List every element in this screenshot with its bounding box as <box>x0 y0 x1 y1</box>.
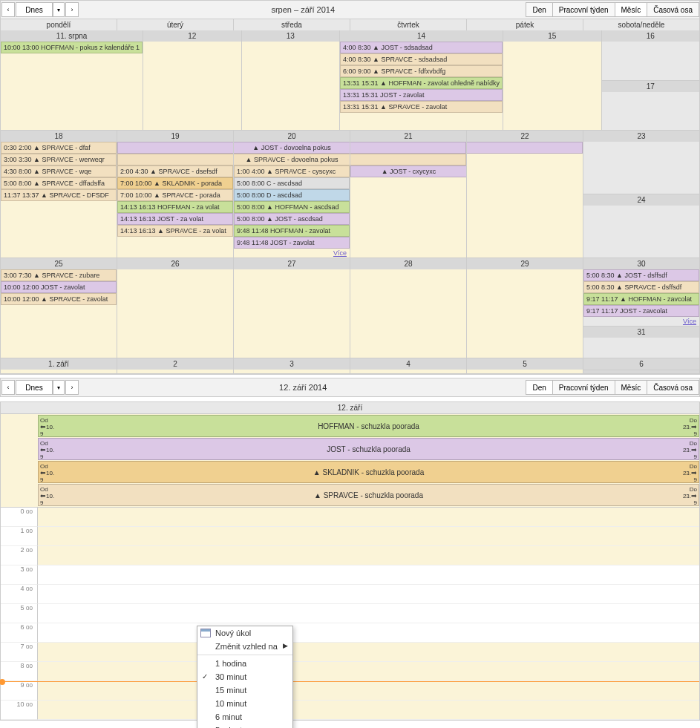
day-today-button[interactable]: Dnes <box>16 380 53 395</box>
month-cell[interactable]: 26 <box>117 258 234 358</box>
date-label[interactable]: 29 <box>467 258 583 269</box>
calendar-event[interactable]: 7:00 10:00 ▲ SKLADNIK - porada <box>117 177 233 189</box>
calendar-event[interactable]: 5:00 8:30 ▲ JOST - dsffsdf <box>583 269 699 281</box>
date-label[interactable]: 12 <box>143 30 241 42</box>
month-cell[interactable]: 3 <box>234 358 350 374</box>
calendar-event-span[interactable]: ▲ JOST - cxycyxc <box>350 165 466 177</box>
ctx-interval-option[interactable]: ✓30 minut <box>197 670 292 683</box>
calendar-event[interactable]: 7:00 10:00 ▲ SPRAVCE - porada <box>117 189 233 201</box>
calendar-event[interactable]: 9:48 11:48 JOST - zavolat <box>234 237 350 249</box>
calendar-event[interactable]: 10:00 13:00 HOFFMAN - pokus z kalendáře … <box>1 42 143 53</box>
calendar-event-span[interactable] <box>467 142 583 154</box>
view-timeline-button[interactable]: Časová osa <box>647 2 699 17</box>
calendar-event[interactable]: 5:00 8:00 D - ascdsad <box>234 189 350 201</box>
date-label[interactable]: 28 <box>350 258 466 269</box>
calendar-event[interactable]: 13:31 15:31 JOST - zavolat <box>340 89 503 101</box>
calendar-event-span[interactable] <box>350 142 466 154</box>
calendar-event[interactable]: 5:00 8:00 ▲ SPRAVCE - dffadsffa <box>1 177 117 189</box>
calendar-event[interactable]: 11:37 13:37 ▲ SPRAVCE - DFSDF <box>1 189 117 201</box>
calendar-event[interactable]: 5:00 8:00 C - ascdsad <box>234 177 350 189</box>
date-label[interactable]: 26 <box>117 258 233 269</box>
calendar-event[interactable]: 0:30 2:00 ▲ SPRAVCE - dfaf <box>1 142 117 154</box>
time-grid[interactable]: 0 001 002 003 004 005 006 007 008 009 00… <box>1 508 699 720</box>
calendar-event[interactable]: 4:30 8:00 ▲ SPRAVCE - wqe <box>1 165 117 177</box>
context-menu[interactable]: Nový úkol Změnit vzhled na ▶ 1 hodina✓30… <box>197 626 293 721</box>
month-cell[interactable]: 253:00 7:30 ▲ SPRAVCE - zubare10:00 12:0… <box>1 258 117 358</box>
date-label[interactable]: 5 <box>467 358 583 370</box>
date-label[interactable]: 2 <box>117 358 233 370</box>
date-label[interactable]: 6 <box>583 358 699 370</box>
date-label[interactable]: 19 <box>117 131 233 142</box>
month-cell[interactable]: 29 <box>467 258 583 358</box>
month-cell[interactable]: 15 <box>503 30 601 131</box>
date-label[interactable]: 14 <box>340 30 503 42</box>
month-cell[interactable]: 4 <box>350 358 467 374</box>
month-cell[interactable]: 21 ▲ JOST - cxycyxc <box>350 131 467 258</box>
date-label[interactable]: 11. srpna <box>1 30 143 42</box>
time-slot[interactable] <box>38 643 699 662</box>
month-cell[interactable]: 5 <box>467 358 583 374</box>
calendar-event[interactable]: 3:00 7:30 ▲ SPRAVCE - zubare <box>1 269 117 281</box>
more-link[interactable]: Více <box>234 249 350 258</box>
month-cell[interactable]: 22 <box>467 131 583 258</box>
month-cell[interactable]: 180:30 2:00 ▲ SPRAVCE - dfaf3:00 3:30 ▲ … <box>1 131 117 258</box>
month-cell[interactable]: 12 <box>143 30 241 131</box>
date-label[interactable]: 23 <box>583 131 699 142</box>
allday-event[interactable]: Od⬅10.9▲ SPRAVCE - schuzkla pooradaDo23.… <box>38 484 699 506</box>
date-label[interactable]: 27 <box>234 258 350 269</box>
month-cell[interactable]: 11. srpna10:00 13:00 HOFFMAN - pokus z k… <box>1 30 143 131</box>
calendar-event[interactable]: 9:48 11:48 HOFFMAN - zavolat <box>234 225 350 237</box>
calendar-event-span[interactable]: ▲ SPRAVCE - dovoelna pokus <box>234 154 350 165</box>
calendar-event[interactable]: 10:00 12:00 ▲ SPRAVCE - zavolat <box>1 293 117 305</box>
view-workweek-button[interactable]: Pracovní týden <box>552 2 615 17</box>
calendar-event-span[interactable] <box>117 142 233 154</box>
day-view-day-button[interactable]: Den <box>526 380 552 395</box>
calendar-event[interactable]: 1:00 4:00 ▲ SPRAVCE - cyscyxc <box>234 165 350 177</box>
time-slot[interactable] <box>38 623 699 643</box>
date-label[interactable]: 18 <box>1 131 117 142</box>
time-slot[interactable] <box>38 527 699 546</box>
day-view-workweek-button[interactable]: Pracovní týden <box>552 380 615 395</box>
date-label[interactable]: 3 <box>234 358 350 370</box>
calendar-event-span[interactable]: ▲ JOST - dovoelna pokus <box>234 142 350 154</box>
more-link[interactable]: Více <box>583 317 699 326</box>
ctx-interval-option[interactable]: 10 minut <box>197 697 292 710</box>
date-label[interactable]: 25 <box>1 258 117 269</box>
date-label[interactable]: 22 <box>467 131 583 142</box>
ctx-interval-option[interactable]: 15 minut <box>197 683 292 697</box>
view-month-button[interactable]: Měsíc <box>615 2 648 17</box>
ctx-interval-option[interactable]: 1 hodina <box>197 657 292 670</box>
calendar-event[interactable]: 14:13 16:13 HOFFMAN - za volat <box>117 201 233 213</box>
date-label[interactable]: 13 <box>242 30 339 42</box>
calendar-event[interactable]: 5:00 8:00 ▲ HOFFMAN - ascdsad <box>234 201 350 213</box>
date-label[interactable]: 30 <box>583 258 699 269</box>
month-cell[interactable]: 13 <box>242 30 340 131</box>
calendar-event[interactable]: 5:00 8:00 ▲ JOST - ascdsad <box>234 213 350 225</box>
next-button[interactable]: › <box>65 2 79 17</box>
time-slot[interactable] <box>38 546 699 565</box>
month-cell[interactable]: 6 <box>583 358 699 374</box>
day-prev-button[interactable]: ‹ <box>1 380 15 395</box>
today-dropdown[interactable]: ▾ <box>53 2 65 17</box>
month-body[interactable]: 11. srpna10:00 13:00 HOFFMAN - pokus z k… <box>0 30 700 375</box>
day-view-month-button[interactable]: Měsíc <box>615 380 648 395</box>
calendar-event[interactable]: 14:13 16:13 ▲ SPRAVCE - za volat <box>117 225 233 237</box>
day-next-button[interactable]: › <box>65 380 79 395</box>
calendar-event[interactable]: 2:00 4:30 ▲ SPRAVCE - dsefsdf <box>117 165 233 177</box>
month-cell[interactable]: 19 2:00 4:30 ▲ SPRAVCE - dsefsdf7:00 10:… <box>117 131 234 258</box>
date-label[interactable]: 20 <box>234 131 350 142</box>
calendar-event[interactable]: 4:00 8:30 ▲ SPRAVCE - sdsadsad <box>340 53 503 65</box>
calendar-event-span[interactable] <box>350 154 466 165</box>
date-label[interactable] <box>583 370 699 373</box>
time-slot[interactable] <box>38 681 699 701</box>
calendar-event[interactable]: 13:31 15:31 ▲ SPRAVCE - zavolat <box>340 101 503 113</box>
month-cell[interactable]: 20▲ JOST - dovoelna pokus▲ SPRAVCE - dov… <box>234 131 350 258</box>
month-cell[interactable]: 2324 <box>583 131 699 258</box>
month-cell[interactable]: 144:00 8:30 ▲ JOST - sdsadsad4:00 8:30 ▲… <box>340 30 503 131</box>
calendar-event-span[interactable] <box>117 154 233 165</box>
date-label[interactable]: 4 <box>350 358 466 370</box>
date-label[interactable]: 16 <box>602 30 699 42</box>
date-label[interactable]: 31 <box>583 327 699 338</box>
ctx-change-view[interactable]: Změnit vzhled na ▶ <box>197 640 292 653</box>
allday-event[interactable]: Od⬅10.9HOFFMAN - schuzkla pooradaDo23.➡9 <box>38 415 699 437</box>
